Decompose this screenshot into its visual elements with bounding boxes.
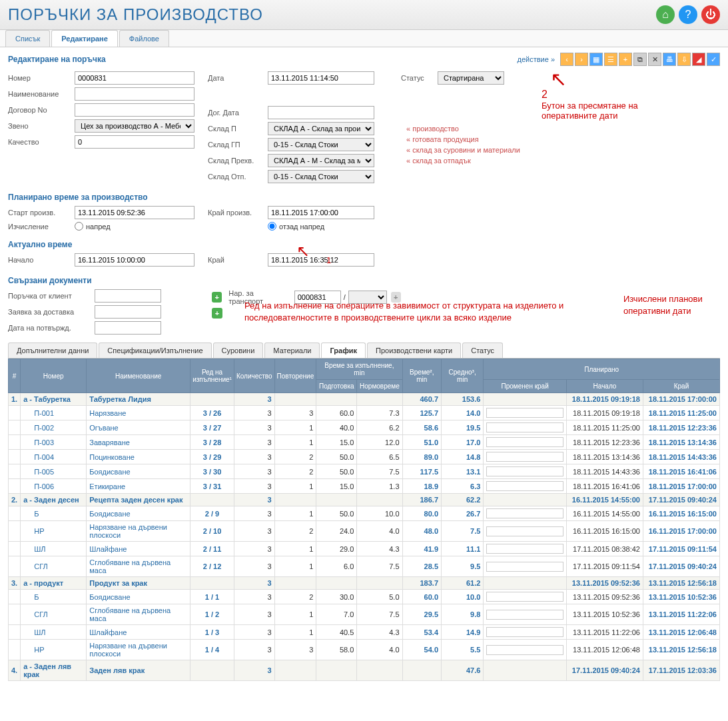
tab-files[interactable]: Файлове xyxy=(119,30,169,47)
table-row[interactable]: НРНарязване на дървени плоскоси2 / 10322… xyxy=(9,521,720,542)
itab-status[interactable]: Статус xyxy=(462,343,503,358)
changed-end-input[interactable] xyxy=(486,481,563,491)
col-changed-end: Променен край xyxy=(484,380,567,393)
actual-end-input[interactable] xyxy=(268,253,374,267)
itab-graph[interactable]: График xyxy=(321,343,366,358)
itab-cards[interactable]: Производствени карти xyxy=(367,343,461,358)
number-label: Номер xyxy=(8,74,75,82)
whp-select[interactable]: СКЛАД А - Склад за производс xyxy=(268,122,374,135)
changed-end-input[interactable] xyxy=(486,422,563,432)
table-row[interactable]: ШЛШлайфане2 / 113129.04.341.911.117.11.2… xyxy=(9,542,720,556)
table-row[interactable]: П-003Заваряване3 / 283115.012.051.017.01… xyxy=(9,435,720,450)
table-row[interactable]: ШЛШлайфане1 / 33140.54.353.414.913.11.20… xyxy=(9,625,720,640)
tab-list[interactable]: Списък xyxy=(5,30,50,47)
contract-date-input[interactable] xyxy=(268,106,374,119)
print-button[interactable]: 🖶 xyxy=(663,53,676,66)
transport-label: Нар. за транспорт xyxy=(228,289,287,305)
table-row[interactable]: ББоядисване1 / 13230.05.060.010.013.11.2… xyxy=(9,590,720,604)
add-button[interactable]: + xyxy=(619,53,632,66)
export-button[interactable]: ⇩ xyxy=(677,53,691,66)
table-row[interactable]: П-005Боядисване3 / 303250.07.5117.513.11… xyxy=(9,464,720,479)
power-icon[interactable]: ⏻ xyxy=(701,5,720,24)
quality-input[interactable] xyxy=(75,135,194,149)
table-row[interactable]: 3.а - продуктПродукт за крак3183.761.213… xyxy=(9,577,720,590)
changed-end-input[interactable] xyxy=(486,466,563,476)
table-row[interactable]: НРНарязване на дървени плоскоси1 / 43358… xyxy=(9,640,720,660)
add-transport-row-button[interactable]: + xyxy=(391,292,401,303)
delete-button[interactable]: ✕ xyxy=(648,53,661,66)
changed-end-input[interactable] xyxy=(486,452,563,462)
status-select[interactable]: Стартирана xyxy=(438,71,504,85)
table-row[interactable]: 4.а - Заден ляв кракЗаден ляв крак347.61… xyxy=(9,660,720,681)
transport-select[interactable] xyxy=(348,291,387,304)
cancel-button[interactable]: ◢ xyxy=(692,53,705,66)
prev-button[interactable]: ‹ xyxy=(560,53,573,66)
whgp-select[interactable]: 0-15 - Склад Стоки xyxy=(268,138,374,151)
calc-forward-radio[interactable] xyxy=(75,222,83,231)
list-button[interactable]: ☰ xyxy=(604,53,617,66)
tab-edit[interactable]: Редактиране xyxy=(51,30,118,47)
itab-raw[interactable]: Суровини xyxy=(213,343,264,358)
home-icon[interactable]: ⌂ xyxy=(656,5,675,24)
name-input[interactable] xyxy=(75,87,194,101)
table-row[interactable]: СГЛСглобяване на дървена маса2 / 12316.0… xyxy=(9,556,720,577)
calc-backward-radio[interactable] xyxy=(268,222,276,231)
planned-start-input[interactable] xyxy=(75,206,194,219)
changed-end-input[interactable] xyxy=(486,592,563,602)
itab-mat[interactable]: Материали xyxy=(264,343,320,358)
next-button[interactable]: › xyxy=(575,53,588,66)
changed-end-input[interactable] xyxy=(486,627,563,637)
actual-start-input[interactable] xyxy=(75,253,194,267)
table-row[interactable]: П-004Поцинковане3 / 293250.06.589.014.81… xyxy=(9,450,720,464)
col-time2: Време², min xyxy=(402,359,441,393)
whprex-select[interactable]: СКЛАД А - М - Склад за матери xyxy=(268,154,374,167)
col-norm: Нормовреме xyxy=(357,380,402,393)
page-title: ПОРЪЧКИ ЗА ПРОИЗВОДСТВО xyxy=(8,5,263,24)
changed-end-input[interactable] xyxy=(486,508,563,518)
itab-extra[interactable]: Допълнителни данни xyxy=(8,343,97,358)
confirm-date-input[interactable] xyxy=(95,321,161,335)
help-icon[interactable]: ? xyxy=(679,5,697,24)
delivery-req-input[interactable] xyxy=(95,305,161,319)
table-row[interactable]: СГЛСглобяване на дървена маса1 / 2317.07… xyxy=(9,604,720,625)
calc-dates-button[interactable]: ▦ xyxy=(589,53,603,66)
col-time-group: Време за изпълнение, min xyxy=(316,359,402,380)
section-title-edit: Редактиране на поръчка xyxy=(8,55,106,64)
col-planned-group: Планирано xyxy=(484,359,720,380)
transport-no-input[interactable] xyxy=(294,291,341,304)
action-menu[interactable]: действие » xyxy=(518,55,555,63)
calc-label: Изчисление xyxy=(8,223,75,231)
client-order-input[interactable] xyxy=(95,289,161,303)
table-row[interactable]: П-002Огъване3 / 273140.06.258.619.518.11… xyxy=(9,420,720,435)
table-row[interactable]: 2.а - Заден десенРецепта заден десен кра… xyxy=(9,494,720,506)
col-name: Наименование xyxy=(87,359,190,393)
changed-end-input[interactable] xyxy=(486,526,563,536)
confirm-button[interactable]: ✓ xyxy=(707,53,720,66)
col-start: Начало xyxy=(567,380,643,393)
changed-end-input[interactable] xyxy=(486,437,563,447)
unit-select[interactable]: Цех за производство А - Мебел xyxy=(75,119,194,133)
unit-label: Звено xyxy=(8,122,75,130)
table-row[interactable]: ББоядисване2 / 93150.010.080.026.716.11.… xyxy=(9,506,720,521)
number-input[interactable] xyxy=(75,71,194,85)
status-label: Статус xyxy=(401,74,438,82)
contract-input[interactable] xyxy=(75,103,194,117)
whotp-select[interactable]: 0-15 - Склад Стоки xyxy=(268,170,374,183)
changed-end-input[interactable] xyxy=(486,645,563,655)
table-row[interactable]: 1.а - ТабуреткаТабуретка Лидия3460.7153.… xyxy=(9,393,720,406)
add-delivery-button[interactable]: + xyxy=(212,308,222,319)
table-row[interactable]: П-006Етикиране3 / 313115.01.318.96.318.1… xyxy=(9,479,720,494)
changed-end-input[interactable] xyxy=(486,610,563,620)
add-transport-button[interactable]: + xyxy=(212,292,222,303)
whprex-hint: « склад за суровини и материали xyxy=(406,146,520,154)
edit-form: Редактиране на поръчка действие » ‹ › ▦ … xyxy=(0,47,728,686)
date-input[interactable] xyxy=(268,71,374,85)
changed-end-input[interactable] xyxy=(486,562,563,572)
changed-end-input[interactable] xyxy=(486,408,563,418)
table-row[interactable]: П-001Нарязване3 / 263360.07.3125.714.018… xyxy=(9,406,720,420)
copy-button[interactable]: ⧉ xyxy=(633,53,647,66)
changed-end-input[interactable] xyxy=(486,544,563,554)
planned-end-input[interactable] xyxy=(268,206,374,219)
itab-spec[interactable]: Спецификации/Изпълнение xyxy=(99,343,211,358)
contract-label: Договор No xyxy=(8,106,75,114)
